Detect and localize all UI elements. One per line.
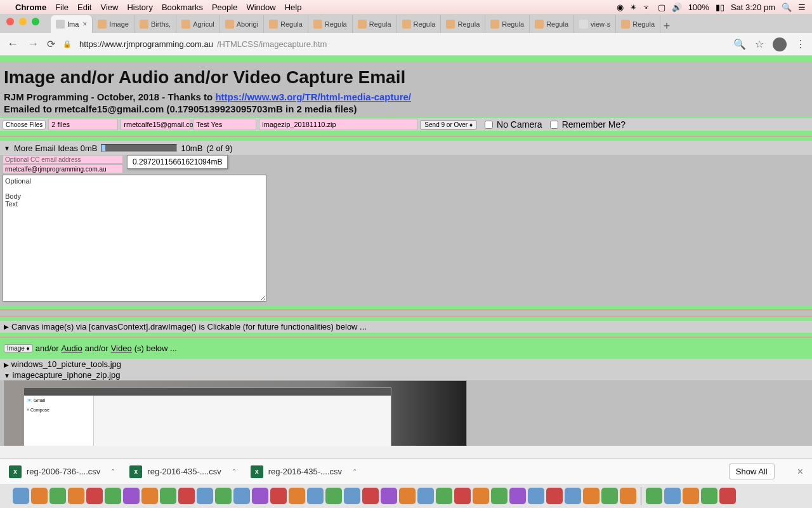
dock-app-icon[interactable] (68, 488, 84, 504)
menu-history[interactable]: History (127, 3, 152, 12)
dock-app-icon[interactable] (86, 488, 103, 504)
dock-app-icon[interactable] (583, 488, 599, 504)
menu-file[interactable]: File (55, 3, 69, 12)
file-item[interactable]: ▶ windows_10_picture_tools.jpg (0, 359, 812, 370)
dock-app-icon[interactable] (178, 488, 195, 504)
tab[interactable]: Regula (397, 15, 442, 33)
more-ideas-row[interactable]: ▼ More Email Ideas 0mB 10mB (2 of 9) (0, 141, 812, 155)
dock-app-icon[interactable] (49, 488, 66, 504)
dock-app-icon[interactable] (491, 488, 508, 504)
collapse-icon[interactable]: ▼ (4, 145, 10, 152)
address-bar[interactable]: https://www.rjmprogramming.com.au/HTMLCS… (79, 39, 726, 49)
dock-app-icon[interactable] (270, 488, 287, 504)
menu-help[interactable]: Help (285, 3, 302, 12)
email-input[interactable]: rmetcalfe15@gmail.com (121, 119, 190, 130)
new-tab-button[interactable]: + (660, 20, 673, 33)
cc-placeholder-input[interactable]: Optional CC email address (3, 155, 123, 164)
dock-app-icon[interactable] (362, 488, 379, 504)
download-item[interactable]: x reg-2006-736-....csv ⌃ (9, 465, 115, 478)
dock-app-icon[interactable] (399, 488, 416, 504)
tab[interactable]: Aborigi (220, 15, 264, 33)
close-downloads-icon[interactable]: × (797, 466, 803, 478)
dock-app-icon[interactable] (417, 488, 434, 504)
subtitle-link[interactable]: https://www.w3.org/TR/html-media-capture… (215, 91, 411, 102)
show-all-button[interactable]: Show All (729, 464, 775, 479)
dock-app-icon[interactable] (683, 488, 699, 504)
tab-close-icon[interactable]: × (82, 20, 87, 29)
expand-icon[interactable]: ▶ (4, 361, 9, 368)
dock-app-icon[interactable] (701, 488, 717, 504)
dock-app-icon[interactable] (454, 488, 471, 504)
dock-app-icon[interactable] (233, 488, 250, 504)
video-link[interactable]: Video (111, 344, 132, 353)
dock-app-icon[interactable] (509, 488, 526, 504)
zoom-icon[interactable]: 🔍 (733, 38, 746, 50)
status-icon[interactable]: ◉ (617, 3, 624, 12)
download-item[interactable]: x reg-2016-435-....csv ⌃ (251, 465, 357, 478)
tab[interactable]: Births, (134, 15, 176, 33)
window-zoom-icon[interactable] (32, 18, 39, 25)
menu-people[interactable]: People (212, 3, 237, 12)
menu-edit[interactable]: Edit (77, 3, 91, 12)
menu-view[interactable]: View (100, 3, 118, 12)
remember-checkbox[interactable] (550, 121, 558, 129)
tab[interactable]: Regula (441, 15, 485, 33)
tab[interactable]: Regula (485, 15, 530, 33)
dock-app-icon[interactable] (436, 488, 452, 504)
subject-input[interactable]: Test Yes (193, 119, 256, 130)
chrome-menu-icon[interactable]: ⋮ (796, 38, 806, 50)
bookmark-star-icon[interactable]: ☆ (755, 38, 764, 50)
dock-app-icon[interactable] (13, 488, 29, 504)
choose-files-button[interactable]: Choose Files (3, 120, 46, 130)
no-camera-checkbox[interactable] (485, 121, 493, 129)
back-button[interactable]: ← (6, 37, 19, 51)
body-textarea[interactable] (3, 175, 266, 302)
tab[interactable]: view-s (574, 15, 616, 33)
tab[interactable]: Agricul (176, 15, 220, 33)
dock-app-icon[interactable] (620, 488, 636, 504)
window-close-icon[interactable] (6, 18, 14, 25)
spotlight-icon[interactable]: 🔍 (782, 3, 792, 12)
tab[interactable]: Regula (264, 15, 308, 33)
window-minimize-icon[interactable] (19, 18, 27, 25)
dock-app-icon[interactable] (105, 488, 121, 504)
dock-app-icon[interactable] (381, 488, 397, 504)
profile-avatar-icon[interactable] (773, 37, 787, 51)
clock[interactable]: Sat 3:20 pm (731, 3, 775, 12)
tab[interactable]: Regula (616, 15, 660, 33)
download-item[interactable]: x reg-2016-435-....csv ⌃ (129, 465, 236, 478)
lock-icon[interactable]: 🔒 (63, 40, 72, 48)
send-button[interactable]: Send 9 or Over ♦ (420, 120, 477, 130)
dock-app-icon[interactable] (601, 488, 618, 504)
audio-link[interactable]: Audio (62, 344, 82, 353)
dock-app-icon[interactable] (215, 488, 232, 504)
media-type-select[interactable]: Image ♦ (4, 344, 33, 352)
tab[interactable]: Image (93, 15, 134, 33)
wifi-icon[interactable]: ᯤ (643, 3, 652, 12)
dock-app-icon[interactable] (664, 488, 681, 504)
tab[interactable]: Regula (308, 15, 353, 33)
collapse-icon[interactable]: ▼ (4, 372, 10, 379)
menu-list-icon[interactable]: ☰ (798, 3, 806, 12)
chevron-up-icon[interactable]: ⌃ (352, 468, 357, 475)
forward-button[interactable]: → (27, 37, 39, 51)
tab[interactable]: Regula (353, 15, 397, 33)
dock-app-icon[interactable] (646, 488, 662, 504)
dock-app-icon[interactable] (160, 488, 176, 504)
reload-button[interactable]: ⟳ (47, 38, 55, 50)
dock-app-icon[interactable] (197, 488, 213, 504)
file-item[interactable]: ▼ imagecapture_iphone_zip.jpg (0, 370, 812, 380)
dock-app-icon[interactable] (565, 488, 581, 504)
volume-icon[interactable]: 🔊 (672, 3, 682, 12)
dock-app-icon[interactable] (307, 488, 324, 504)
dock-app-icon[interactable] (528, 488, 544, 504)
dock-app-icon[interactable] (344, 488, 360, 504)
dock-app-icon[interactable] (252, 488, 268, 504)
menu-window[interactable]: Window (246, 3, 275, 12)
dock-app-icon[interactable] (546, 488, 563, 504)
chevron-up-icon[interactable]: ⌃ (232, 468, 237, 475)
expand-icon[interactable]: ▶ (4, 323, 9, 330)
dock-app-icon[interactable] (31, 488, 48, 504)
app-name[interactable]: Chrome (15, 3, 46, 12)
zip-name-input[interactable]: imagezip_20181110.zip (259, 119, 417, 130)
